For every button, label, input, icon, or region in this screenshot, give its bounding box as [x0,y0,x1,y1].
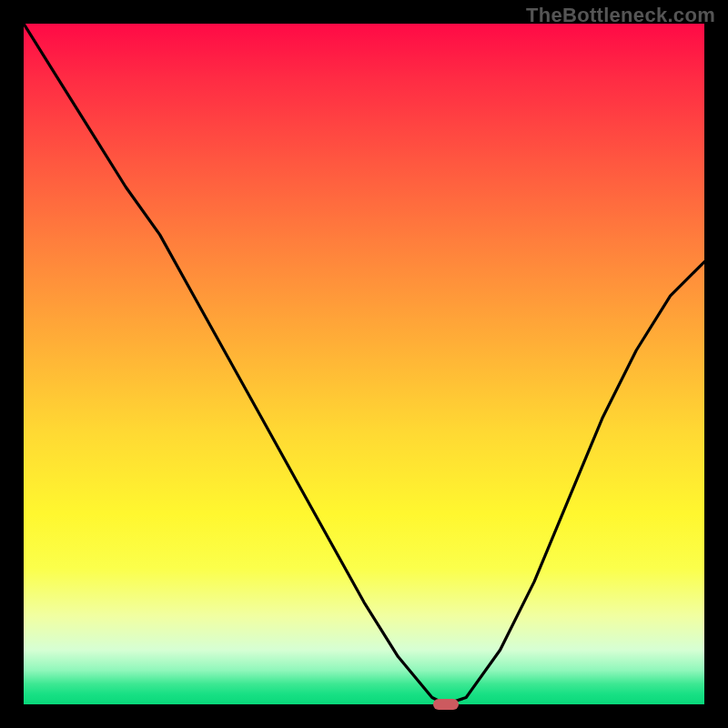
watermark-text: TheBottleneck.com [526,4,715,27]
plot-area [24,24,704,704]
bottleneck-curve [24,24,704,704]
chart-frame: TheBottleneck.com [0,0,728,728]
curve-path [24,24,704,704]
optimal-point-marker [433,699,459,710]
